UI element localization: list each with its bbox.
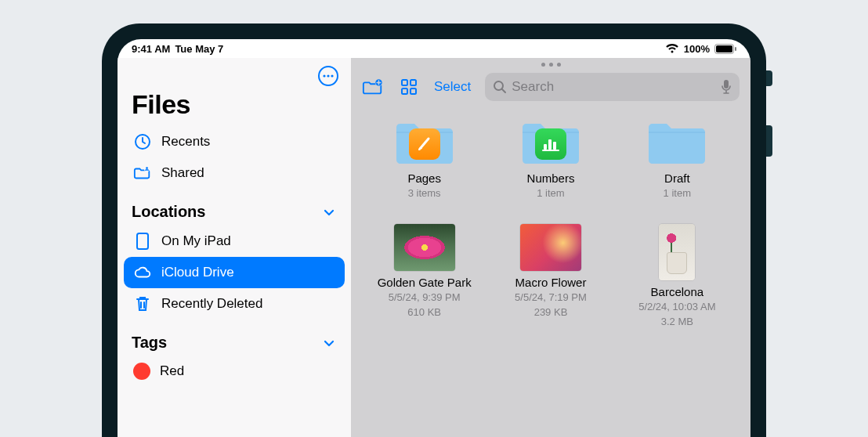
file-meta: 5/2/24, 10:03 AM bbox=[638, 301, 715, 314]
sidebar-item-label: On My iPad bbox=[161, 233, 231, 249]
ellipsis-circle-icon bbox=[317, 65, 339, 87]
sidebar-item-shared[interactable]: Shared bbox=[124, 157, 345, 189]
status-battery-pct: 100% bbox=[684, 43, 710, 55]
search-input[interactable] bbox=[512, 79, 716, 95]
svg-rect-19 bbox=[544, 144, 547, 150]
sidebar-item-on-my-ipad[interactable]: On My iPad bbox=[124, 226, 345, 257]
ipad-frame: 9:41 AM Tue May 7 100% bbox=[102, 23, 766, 437]
status-time: 9:41 AM bbox=[132, 43, 170, 55]
svg-point-6 bbox=[331, 74, 333, 77]
folder-plus-icon bbox=[362, 77, 384, 97]
screen: 9:41 AM Tue May 7 100% bbox=[118, 39, 750, 437]
folder-numbers[interactable]: Numbers 1 item bbox=[491, 117, 609, 200]
device-button bbox=[766, 70, 772, 86]
svg-rect-2 bbox=[735, 47, 736, 51]
file-size: 239 KB bbox=[534, 306, 568, 320]
status-bar: 9:41 AM Tue May 7 100% bbox=[118, 39, 750, 58]
file-name: Golden Gate Park bbox=[378, 276, 472, 290]
file-golden-gate-park[interactable]: Golden Gate Park 5/5/24, 9:39 PM 610 KB bbox=[365, 224, 483, 329]
svg-rect-10 bbox=[137, 233, 148, 249]
svg-rect-1 bbox=[716, 45, 732, 52]
ipad-icon bbox=[133, 232, 152, 251]
select-button[interactable]: Select bbox=[434, 79, 471, 95]
svg-rect-20 bbox=[548, 139, 552, 150]
new-folder-button[interactable] bbox=[362, 76, 384, 98]
battery-icon bbox=[714, 44, 736, 54]
grid-icon bbox=[400, 78, 418, 96]
file-barcelona[interactable]: Barcelona 5/2/24, 10:03 AM 3.2 MB bbox=[618, 224, 736, 329]
file-meta: 3 items bbox=[408, 187, 441, 200]
file-name: Pages bbox=[407, 172, 441, 186]
sidebar-item-icloud-drive[interactable]: iCloud Drive bbox=[124, 257, 345, 288]
status-date: Tue May 7 bbox=[175, 43, 223, 55]
section-title: Locations bbox=[132, 203, 205, 221]
app-title: Files bbox=[118, 88, 351, 126]
folder-pages[interactable]: Pages 3 items bbox=[365, 117, 483, 200]
search-icon bbox=[493, 80, 507, 94]
microphone-icon[interactable] bbox=[721, 79, 732, 95]
sidebar-item-recents[interactable]: Recents bbox=[124, 126, 345, 157]
file-meta: 1 item bbox=[664, 187, 691, 200]
wifi-icon bbox=[665, 43, 679, 54]
file-meta: 5/5/24, 7:19 PM bbox=[515, 291, 587, 305]
svg-rect-13 bbox=[402, 80, 407, 85]
cloud-icon bbox=[133, 263, 152, 282]
chevron-down-icon bbox=[321, 204, 337, 220]
svg-point-5 bbox=[327, 74, 329, 77]
sidebar-item-label: iCloud Drive bbox=[161, 265, 234, 280]
toolbar: Select bbox=[351, 68, 750, 109]
file-size: 610 KB bbox=[407, 306, 441, 320]
svg-rect-21 bbox=[553, 142, 556, 150]
svg-point-4 bbox=[323, 74, 325, 77]
file-macro-flower[interactable]: Macro Flower 5/5/24, 7:19 PM 239 KB bbox=[491, 224, 609, 329]
file-meta: 5/5/24, 9:39 PM bbox=[389, 291, 461, 305]
section-title: Tags bbox=[132, 334, 167, 352]
section-locations-header[interactable]: Locations bbox=[118, 189, 351, 226]
sidebar-item-label: Recents bbox=[161, 134, 210, 150]
svg-rect-16 bbox=[410, 88, 416, 94]
view-mode-button[interactable] bbox=[398, 76, 420, 98]
device-button bbox=[766, 125, 772, 157]
svg-rect-14 bbox=[410, 80, 416, 85]
sidebar-item-label: Recently Deleted bbox=[161, 296, 262, 312]
file-size: 3.2 MB bbox=[661, 316, 693, 329]
file-name: Numbers bbox=[527, 172, 575, 186]
image-thumbnail bbox=[659, 224, 695, 280]
folder-draft[interactable]: Draft 1 item bbox=[618, 117, 736, 200]
numbers-app-icon bbox=[541, 136, 560, 152]
trash-icon bbox=[133, 294, 152, 313]
search-field[interactable] bbox=[485, 73, 740, 101]
file-meta: 1 item bbox=[537, 187, 564, 200]
sidebar-more-button[interactable] bbox=[316, 64, 340, 88]
file-name: Macro Flower bbox=[515, 276, 587, 290]
sidebar-item-label: Shared bbox=[161, 165, 204, 181]
svg-point-9 bbox=[146, 167, 148, 169]
sidebar-item-recently-deleted[interactable]: Recently Deleted bbox=[124, 288, 345, 320]
content-area: Select bbox=[351, 58, 750, 437]
multitasking-dots[interactable] bbox=[351, 58, 750, 68]
chevron-down-icon bbox=[321, 335, 337, 351]
pages-app-icon bbox=[416, 135, 433, 153]
sidebar-item-label: Red bbox=[160, 363, 184, 379]
svg-rect-18 bbox=[724, 80, 729, 88]
folder-icon bbox=[646, 117, 708, 167]
image-thumbnail bbox=[394, 224, 455, 271]
section-tags-header[interactable]: Tags bbox=[118, 320, 351, 356]
clock-icon bbox=[133, 132, 152, 151]
file-grid: Pages 3 items Numbers 1 item bbox=[351, 109, 750, 437]
image-thumbnail bbox=[520, 224, 581, 271]
file-name: Draft bbox=[664, 172, 690, 186]
sidebar: Files Recents Shared bbox=[118, 58, 351, 437]
svg-rect-22 bbox=[542, 150, 559, 151]
shared-folder-icon bbox=[133, 164, 152, 182]
tag-color-dot bbox=[133, 363, 150, 380]
sidebar-tag-red[interactable]: Red bbox=[124, 356, 345, 386]
svg-rect-15 bbox=[402, 88, 407, 94]
file-name: Barcelona bbox=[651, 285, 704, 299]
